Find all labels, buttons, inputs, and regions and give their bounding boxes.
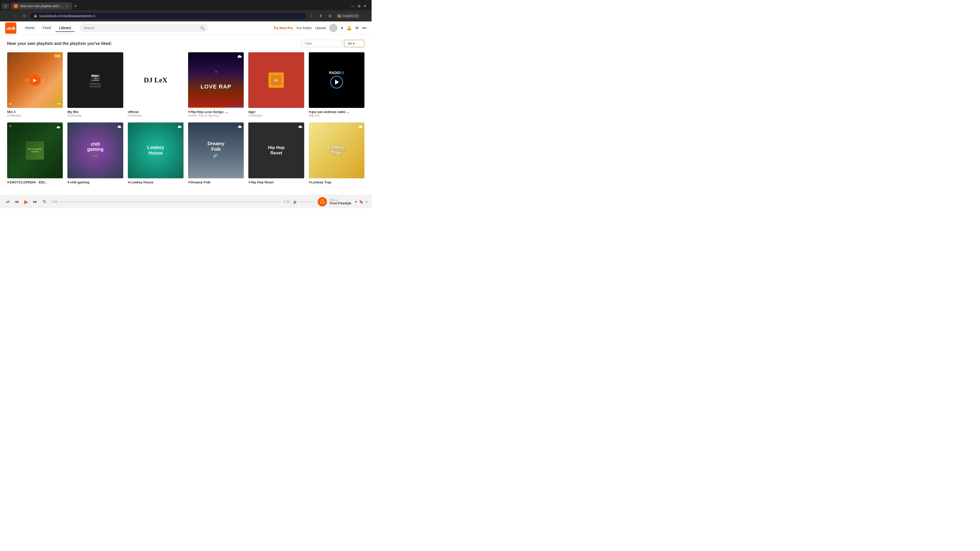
player-progress: 0:00 2:48 <box>52 200 290 203</box>
playlist-card-lowkeytrap[interactable]: LowkeyTrap ♥Lowkey Trap <box>309 122 364 184</box>
chill-text: chillgaming <box>87 142 103 152</box>
back-button[interactable]: ← <box>3 12 10 19</box>
wave2 <box>8 27 9 30</box>
love-rap-art: 👫 LOVE RAP <box>188 52 244 108</box>
playlist-card-hiphopreset[interactable]: Hip HopReset ♥Hip Hop Reset <box>248 122 304 184</box>
new-tab-button[interactable]: + <box>72 3 79 10</box>
player-avatar: 😍 <box>318 197 327 206</box>
playlist-card-radiox[interactable]: RADIO:X ♥gta san andreas radio ... Brijx… <box>309 52 364 118</box>
upload-button[interactable]: Upload <box>315 26 326 30</box>
close-button[interactable]: ✕ <box>363 4 366 8</box>
play-button-mix3[interactable]: ▶ <box>29 75 41 86</box>
playlist-card-encyclopedia[interactable]: ENCYCLOPEDIAEDITION ⊘ ♥ENCYCLOPEDIA - ED… <box>7 122 63 184</box>
dreamy-content: DreamyFolk 🌊 <box>207 141 224 160</box>
heart-prefix-chill: ♥ <box>67 180 69 184</box>
playlist-thumb-hiphopreset: Hip HopReset <box>248 122 304 178</box>
lowkey-house-art: LowkeyHouse <box>128 122 183 178</box>
playlist-card-mymix[interactable]: 📷 PARENTALADVISORY My Mix A24beaba <box>67 52 123 118</box>
prev-button[interactable]: ⏮ <box>13 198 21 205</box>
total-time: 2:48 <box>283 200 290 203</box>
mymix-photo: 📷 <box>89 73 101 81</box>
playlist-author-tiger: A24beaba <box>248 114 304 118</box>
messages-icon[interactable]: ✉ <box>355 25 359 30</box>
incognito-label: Incognito (2) <box>342 14 358 17</box>
playlist-card-official[interactable]: DJ LeX official A24beaba <box>128 52 183 118</box>
ssl-icon: 🔒 <box>34 14 37 17</box>
no-play-icon: ⊘ <box>9 124 11 127</box>
download-button[interactable]: ⬇ <box>317 12 325 19</box>
playlist-card-dreamyfolk[interactable]: DreamyFolk 🌊 ♥Dreamy Folk <box>188 122 244 184</box>
repeat-button[interactable]: ↻ <box>41 198 48 205</box>
nav-feed[interactable]: Feed <box>39 24 54 32</box>
filter-select[interactable]: All ▾ <box>344 40 364 47</box>
playlist-card-lowkeyhouse[interactable]: LowkeyHouse ♥Lowkey House <box>128 122 183 184</box>
nav-home[interactable]: Home <box>21 24 38 32</box>
player-controls: ⇄ ⏮ ▶ ⏭ ↻ <box>4 198 48 205</box>
playlist-name-hiphopreset: ♥Hip Hop Reset <box>248 180 304 184</box>
active-tab[interactable]: Hear your own playlists and th... ✕ <box>11 3 72 10</box>
playlist-name-encyclopedia: ♥ENCYCLOPEDIA - EDI... <box>7 180 63 184</box>
bookmark-button[interactable]: ☆ <box>308 12 315 19</box>
more-options-icon[interactable]: ••• <box>362 26 366 30</box>
playlist-card-hiphoplove[interactable]: 👫 LOVE RAP ♥Hip-Hop Love Songs: ... Hust… <box>188 52 244 118</box>
notifications-icon[interactable]: 🔔 <box>347 25 352 30</box>
chevron-down-icon[interactable]: ▾ <box>341 25 343 30</box>
radiox-art: RADIO:X <box>309 52 364 108</box>
gaming-icon: 🎮 <box>87 153 103 159</box>
queue-button[interactable]: ≡ <box>366 200 368 204</box>
play-pause-button[interactable]: ▶ <box>22 198 30 205</box>
search-icon: 🔍 <box>200 26 204 30</box>
more-icon-mix3[interactable]: ••• <box>57 102 61 106</box>
volume-bar[interactable] <box>299 201 314 202</box>
logo-icon <box>5 22 16 34</box>
playlist-thumb-mymix: 📷 PARENTALADVISORY <box>67 52 123 108</box>
incognito-badge: 🕵 Incognito (2) <box>336 14 360 18</box>
heart-prefix-lowkeytrap: ♥ <box>309 180 311 184</box>
radiox-text: RADIO:X <box>329 71 344 75</box>
url-bar[interactable]: 🔒 soundcloud.com/a24beaba/sets/mix-3 <box>30 13 306 19</box>
reload-button[interactable]: ↻ <box>21 12 28 19</box>
window-controls: — ⧉ ✕ <box>351 4 369 8</box>
playlist-thumb-lowkeytrap: LowkeyTrap <box>309 122 364 178</box>
playlist-name-mymix: My Mix <box>67 110 123 114</box>
for-artists-link[interactable]: For Artists <box>297 26 312 30</box>
playlist-card-tiger[interactable]: 😤 tiger A24beaba <box>248 52 304 118</box>
try-next-pro-button[interactable]: Try Next Pro <box>274 26 293 30</box>
soundcloud-badge-chill <box>117 124 121 129</box>
playlist-name-hiphoplove: ♥Hip-Hop Love Songs: ... <box>188 110 244 114</box>
address-bar: ← → ↻ 🔒 soundcloud.com/a24beaba/sets/mix… <box>0 10 372 21</box>
playlist-author-official: A24beaba <box>128 114 183 118</box>
like-track-button[interactable]: ♥ <box>355 200 357 204</box>
current-time: 0:00 <box>52 200 57 203</box>
progress-bar[interactable] <box>59 201 281 202</box>
wave7 <box>14 27 15 30</box>
search-input[interactable] <box>80 24 207 32</box>
tab-title: Hear your own playlists and th... <box>20 4 63 8</box>
heart-prefix-dreamy: ♥ <box>188 180 190 184</box>
next-button[interactable]: ⏭ <box>32 198 39 205</box>
maximize-button[interactable]: ⧉ <box>358 4 360 8</box>
menu-button[interactable]: ⋮ <box>362 12 369 19</box>
user-avatar[interactable] <box>329 24 337 32</box>
tab-close-button[interactable]: ✕ <box>65 4 69 8</box>
nav-library[interactable]: Library <box>56 24 75 32</box>
add-to-playlist-button[interactable]: 🔖 <box>359 200 363 204</box>
playlist-author-mymix: A24beaba <box>67 114 123 118</box>
tab-switcher[interactable]: ▾ <box>2 3 9 9</box>
extensions-button[interactable]: ⊞ <box>326 12 334 19</box>
playlist-author-mix3: A24beaba <box>7 114 63 118</box>
filter-input[interactable] <box>301 40 342 47</box>
soundcloud-badge-loverap <box>237 54 242 59</box>
volume-icon[interactable]: 🔊 <box>293 200 298 204</box>
playlist-card-chillgaming[interactable]: chillgaming 🎮 ♥chill gaming <box>67 122 123 184</box>
playlist-card-mix3[interactable]: TONY H & SWAVE LTU ▶ ♥ ••• Mix 3 A24beab… <box>7 52 63 118</box>
love-rap-overlay <box>188 52 244 108</box>
shuffle-button[interactable]: ⇄ <box>4 198 11 205</box>
minimize-button[interactable]: — <box>351 4 355 8</box>
forward-button[interactable]: → <box>12 12 19 19</box>
wave5 <box>12 27 13 30</box>
playlist-thumb-lowkeyhouse: LowkeyHouse <box>128 122 183 178</box>
soundcloud-logo[interactable] <box>5 22 16 34</box>
playlist-author-hiphoplove: Hustle: Rap & Hip-Hop <box>188 114 244 118</box>
playlist-author-radiox: Brijx EX <box>309 114 364 118</box>
